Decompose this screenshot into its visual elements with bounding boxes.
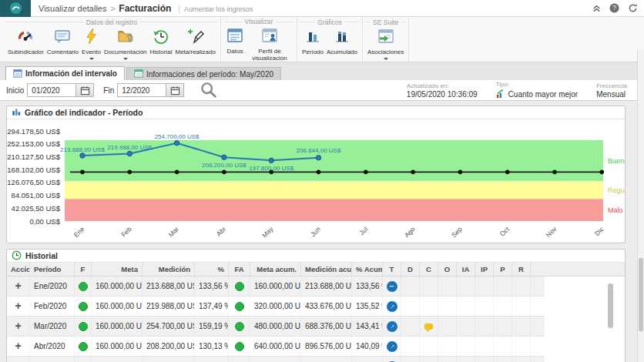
column-header-ip[interactable]: IP bbox=[475, 263, 494, 276]
cell-pct_acum: 143,41 % bbox=[352, 317, 383, 336]
status-green-dot bbox=[79, 342, 88, 351]
cell-pct_acum: 133,56 % bbox=[352, 277, 383, 296]
refresh-icon[interactable] bbox=[628, 3, 638, 13]
page-scrollbar-thumb[interactable] bbox=[639, 258, 643, 331]
cell-o bbox=[438, 277, 457, 296]
dropdown-caret-icon[interactable] bbox=[384, 58, 388, 60]
expand-row-button[interactable] bbox=[15, 297, 21, 316]
toolbar-item-comentario[interactable]: Comentario bbox=[45, 26, 80, 57]
cell-pct: 137,49 % bbox=[195, 297, 229, 316]
cell-c bbox=[420, 277, 438, 296]
fin-calendar-button[interactable] bbox=[166, 83, 184, 97]
breadcrumb-item[interactable]: Visualizar detalles bbox=[39, 4, 106, 13]
cell-medicion: 219.988,00 US$ bbox=[143, 297, 195, 316]
inicio-calendar-button[interactable] bbox=[76, 83, 94, 97]
column-header-medicion[interactable]: Medición bbox=[143, 263, 195, 276]
toolbar-item-acumulado[interactable]: Acumulado bbox=[325, 26, 359, 57]
fin-input[interactable] bbox=[117, 83, 166, 97]
toolbar-item-perfil-visualizacion[interactable]: Perfil de visualización bbox=[246, 25, 293, 63]
column-header-period[interactable]: Período bbox=[30, 263, 75, 276]
page-scrollbar[interactable] bbox=[637, 49, 644, 362]
cell-r bbox=[512, 297, 531, 316]
toolbar-item-documentacion[interactable]: Documentación bbox=[102, 26, 149, 61]
column-header-fa[interactable]: FA bbox=[229, 263, 250, 276]
folder-icon bbox=[116, 27, 135, 49]
toolbar-item-evento[interactable]: Evento bbox=[80, 26, 102, 61]
gauge-icon bbox=[16, 27, 35, 49]
column-header-t[interactable]: T bbox=[383, 263, 401, 276]
cell-medicion: 254.700,00 US$ bbox=[143, 317, 195, 336]
cell-fa bbox=[229, 357, 250, 362]
collapse-toolbar-icon[interactable] bbox=[592, 4, 601, 12]
accum-bars-icon bbox=[333, 27, 351, 49]
column-header-meta[interactable]: Meta bbox=[92, 263, 143, 276]
cell-accio bbox=[7, 297, 30, 316]
cell-accio bbox=[7, 277, 30, 296]
toolbar-item-label: Subindicador bbox=[8, 49, 44, 56]
column-header-p[interactable]: P bbox=[494, 263, 512, 276]
svg-text:252.153,00 US$: 252.153,00 US$ bbox=[7, 139, 60, 148]
help-icon[interactable]: ? bbox=[609, 3, 619, 13]
status-green-dot bbox=[79, 322, 88, 331]
expand-row-button[interactable] bbox=[15, 317, 21, 336]
column-header-ia[interactable]: IA bbox=[457, 263, 475, 276]
toolbar-item-subindicador[interactable]: Subindicador bbox=[6, 26, 45, 57]
expand-row-button[interactable] bbox=[15, 337, 21, 356]
cell-pct_acum bbox=[352, 357, 383, 362]
column-header-meta_acum[interactable]: Meta acum. bbox=[250, 263, 301, 276]
cell-d bbox=[401, 317, 420, 336]
cell-accio bbox=[7, 337, 30, 356]
comment-icon[interactable] bbox=[424, 323, 433, 330]
toolbar-item-asociaciones[interactable]: Asociaciones bbox=[366, 26, 405, 61]
toolbar-item-meta-realizado[interactable]: Meta/realizado bbox=[173, 26, 216, 57]
breadcrumb-separator: > bbox=[110, 5, 115, 13]
svg-text:197.800,00 US$: 197.800,00 US$ bbox=[249, 165, 293, 172]
svg-text:213.688,00 US$: 213.688,00 US$ bbox=[60, 146, 105, 153]
cell-f bbox=[75, 357, 92, 362]
interval-filter-bar: Inicio Fin Actualizado en: 19/05/2020 10… bbox=[0, 80, 644, 101]
svg-text:Sep: Sep bbox=[450, 225, 464, 239]
column-header-medicion_acum[interactable]: Medición acum.... bbox=[301, 263, 352, 276]
tab-calendar-icon bbox=[134, 69, 143, 79]
cell-fa bbox=[229, 277, 250, 296]
cell-period: Abr/2020 bbox=[30, 337, 75, 356]
tab-informaciones-periodo[interactable]: Informaciones del período: May/2020 bbox=[126, 67, 281, 80]
toolbar-item-label: Evento bbox=[82, 49, 101, 56]
dropdown-caret-icon[interactable] bbox=[89, 58, 94, 60]
column-header-f[interactable]: F bbox=[75, 263, 92, 276]
tab-informacion-intervalo[interactable]: Información del intervalo bbox=[5, 66, 125, 80]
history-scrollbar-thumb[interactable] bbox=[608, 283, 613, 328]
cell-period bbox=[30, 357, 75, 362]
column-header-c[interactable]: C bbox=[420, 263, 438, 276]
assoc-icon bbox=[377, 27, 395, 49]
cell-f bbox=[75, 317, 92, 336]
toolbar-group-3: SE SuiteAsociaciones bbox=[363, 17, 409, 62]
dropdown-caret-icon[interactable] bbox=[123, 58, 128, 60]
cell-r bbox=[512, 317, 531, 336]
column-header-r[interactable]: R bbox=[512, 263, 531, 276]
cell-c bbox=[420, 357, 438, 362]
toolbar-item-periodo[interactable]: Período bbox=[300, 26, 325, 57]
column-header-pct[interactable]: % bbox=[195, 263, 229, 276]
status-green-dot bbox=[79, 302, 88, 311]
toolbar-item-datos[interactable]: Datos bbox=[224, 25, 246, 56]
column-header-accio[interactable]: Accio... bbox=[7, 263, 30, 276]
toolbar-item-historial[interactable]: Historial bbox=[149, 26, 174, 57]
column-header-o[interactable]: O bbox=[438, 263, 457, 276]
table-row: Mar/2020160.000,00 US$254.700,00 US$159,… bbox=[7, 317, 545, 337]
expand-row-button[interactable] bbox=[15, 277, 21, 296]
cell-p bbox=[494, 277, 512, 296]
indicator-info: Actualizado en: 19/05/2020 10:36:09 Tipo… bbox=[407, 80, 638, 101]
expand-row-button[interactable] bbox=[15, 357, 21, 362]
cell-meta_acum: 160.000,00 US$ bbox=[250, 277, 301, 296]
history-table-header: Accio...PeríodoFMetaMedición%FAMeta acum… bbox=[7, 263, 625, 277]
search-button[interactable] bbox=[200, 81, 218, 99]
toolbar-item-label: Asociaciones bbox=[367, 49, 404, 56]
inicio-input[interactable] bbox=[27, 83, 76, 97]
svg-text:?: ? bbox=[612, 4, 616, 12]
column-header-d[interactable]: D bbox=[401, 263, 420, 276]
column-header-pct_acum[interactable]: % Acum. bbox=[352, 263, 383, 276]
cell-fa bbox=[229, 317, 250, 336]
type-value: Cuanto mayor mejor bbox=[508, 90, 579, 99]
cell-f bbox=[75, 297, 92, 316]
